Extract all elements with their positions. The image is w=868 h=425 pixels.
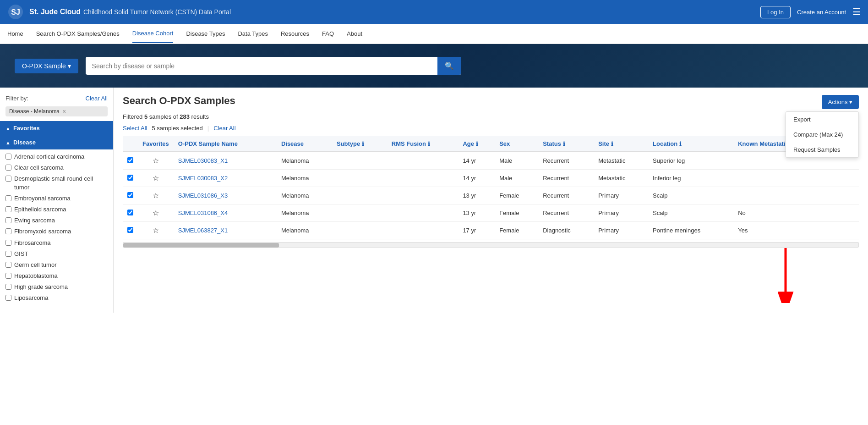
search-input[interactable] bbox=[86, 58, 437, 74]
embroyonal-label[interactable]: Embroyonal sarcoma bbox=[14, 194, 71, 203]
status-info-icon[interactable]: ℹ bbox=[563, 141, 565, 147]
hamburger-menu-button[interactable]: ☰ bbox=[852, 6, 861, 17]
request-samples-option[interactable]: Request Samples bbox=[786, 142, 858, 157]
favorites-section-header[interactable]: ▲ Favorites bbox=[0, 121, 113, 135]
clear-cell-checkbox[interactable] bbox=[5, 165, 11, 171]
clear-all-filters-link[interactable]: Clear All bbox=[86, 95, 108, 102]
clear-selection-link[interactable]: Clear All bbox=[213, 125, 235, 132]
row-disease: Melanoma bbox=[277, 204, 332, 222]
actions-dropdown: Export Compare (Max 24) Request Samples bbox=[786, 111, 859, 158]
high-grade-label[interactable]: High grade sarcoma bbox=[14, 283, 68, 291]
gist-checkbox[interactable] bbox=[5, 251, 11, 257]
fibromyxoid-label[interactable]: Fibromyxoid sarcoma bbox=[14, 227, 71, 236]
fibromyxoid-checkbox[interactable] bbox=[5, 228, 11, 234]
row-sample-name[interactable]: SJMEL031086_X3 bbox=[174, 187, 277, 204]
row-star-cell[interactable]: ☆ bbox=[138, 204, 174, 222]
rms-info-icon[interactable]: ℹ bbox=[428, 141, 430, 147]
horizontal-scrollbar[interactable] bbox=[123, 242, 859, 248]
ewing-checkbox[interactable] bbox=[5, 217, 11, 223]
list-item: Adrenal cortical carcinoma bbox=[5, 151, 108, 162]
high-grade-checkbox[interactable] bbox=[5, 284, 11, 290]
col-disease[interactable]: Disease bbox=[277, 136, 332, 152]
row-site: Primary bbox=[594, 204, 648, 222]
row-checkbox-3[interactable] bbox=[127, 210, 133, 215]
nav-disease-cohort[interactable]: Disease Cohort bbox=[132, 24, 174, 43]
row-sample-name[interactable]: SJMEL063827_X1 bbox=[174, 222, 277, 239]
germ-cell-checkbox[interactable] bbox=[5, 262, 11, 268]
row-sex: Male bbox=[495, 170, 538, 187]
hepatoblastoma-label[interactable]: Hepatoblastoma bbox=[14, 272, 58, 280]
desmoplastic-label[interactable]: Desmoplastic small round cell tumor bbox=[14, 175, 108, 191]
compare-option[interactable]: Compare (Max 24) bbox=[786, 127, 858, 142]
row-site: Metastatic bbox=[594, 170, 648, 187]
disease-section-header[interactable]: ▲ Disease bbox=[0, 135, 113, 149]
row-checkbox-1[interactable] bbox=[127, 175, 133, 181]
epithelioid-checkbox[interactable] bbox=[5, 206, 11, 212]
row-subtype bbox=[332, 187, 387, 204]
age-info-icon[interactable]: ℹ bbox=[476, 141, 478, 147]
subtype-info-icon[interactable]: ℹ bbox=[362, 141, 364, 147]
actions-button[interactable]: Actions ▾ bbox=[822, 95, 859, 109]
row-checkbox-cell bbox=[123, 222, 138, 239]
row-checkbox-4[interactable] bbox=[127, 227, 133, 233]
brand-name: St. Jude Cloud bbox=[29, 8, 81, 16]
fibrosarcoma-checkbox[interactable] bbox=[5, 240, 11, 246]
disease-label: Disease bbox=[13, 139, 36, 146]
liposarcoma-label[interactable]: Liposarcoma bbox=[14, 294, 48, 302]
page-title: Search O-PDX Samples bbox=[123, 95, 859, 107]
nav-about[interactable]: About bbox=[347, 25, 362, 43]
ewing-label[interactable]: Ewing sarcoma bbox=[14, 216, 55, 225]
list-item: Fibromyxoid sarcoma bbox=[5, 226, 108, 237]
row-checkbox-2[interactable] bbox=[127, 192, 133, 198]
liposarcoma-checkbox[interactable] bbox=[5, 295, 11, 301]
remove-filter-button[interactable]: × bbox=[62, 108, 66, 115]
adrenal-checkbox[interactable] bbox=[5, 154, 11, 160]
site-info-icon[interactable]: ℹ bbox=[611, 141, 613, 147]
nav-data-types[interactable]: Data Types bbox=[238, 25, 268, 43]
col-rms-fusion[interactable]: RMS Fusion ℹ bbox=[387, 136, 459, 152]
export-option[interactable]: Export bbox=[786, 112, 858, 127]
search-type-button[interactable]: O-PDX Sample ▾ bbox=[15, 59, 78, 73]
nav-bar: Home Search O-PDX Samples/Genes Disease … bbox=[0, 24, 868, 44]
col-site[interactable]: Site ℹ bbox=[594, 136, 648, 152]
row-sample-name[interactable]: SJMEL030083_X1 bbox=[174, 152, 277, 170]
search-button[interactable]: 🔍 bbox=[437, 57, 461, 75]
col-status[interactable]: Status ℹ bbox=[538, 136, 594, 152]
row-disease: Melanoma bbox=[277, 170, 332, 187]
right-panel: Search O-PDX Samples Filtered 5 samples … bbox=[114, 88, 868, 313]
nav-disease-types[interactable]: Disease Types bbox=[186, 25, 225, 43]
row-sample-name[interactable]: SJMEL031086_X4 bbox=[174, 204, 277, 222]
row-star-cell[interactable]: ☆ bbox=[138, 222, 174, 239]
fibrosarcoma-label[interactable]: Fibrosarcoma bbox=[14, 239, 50, 247]
col-age[interactable]: Age ℹ bbox=[458, 136, 495, 152]
row-star-cell[interactable]: ☆ bbox=[138, 152, 174, 170]
col-sex[interactable]: Sex bbox=[495, 136, 538, 152]
row-sample-name[interactable]: SJMEL030083_X2 bbox=[174, 170, 277, 187]
login-button[interactable]: Log In bbox=[760, 6, 791, 18]
nav-faq[interactable]: FAQ bbox=[322, 25, 334, 43]
create-account-button[interactable]: Create an Account bbox=[797, 9, 846, 16]
row-star-cell[interactable]: ☆ bbox=[138, 170, 174, 187]
row-checkbox-0[interactable] bbox=[127, 157, 133, 163]
embroyonal-checkbox[interactable] bbox=[5, 195, 11, 201]
clear-cell-label[interactable]: Clear cell sarcoma bbox=[14, 164, 64, 172]
nav-search-opdx[interactable]: Search O-PDX Samples/Genes bbox=[36, 25, 120, 43]
hepatoblastoma-checkbox[interactable] bbox=[5, 273, 11, 279]
logo: SJ bbox=[7, 4, 24, 20]
col-location[interactable]: Location ℹ bbox=[648, 136, 733, 152]
list-item: Desmoplastic small round cell tumor bbox=[5, 173, 108, 193]
desmoplastic-checkbox[interactable] bbox=[5, 176, 11, 182]
nav-resources[interactable]: Resources bbox=[281, 25, 309, 43]
nav-home[interactable]: Home bbox=[7, 25, 23, 43]
location-info-icon[interactable]: ℹ bbox=[679, 141, 682, 147]
gist-label[interactable]: GIST bbox=[14, 250, 28, 258]
col-sample-name[interactable]: O-PDX Sample Name bbox=[174, 136, 277, 152]
adrenal-label[interactable]: Adrenal cortical carcinoma bbox=[14, 153, 84, 161]
row-star-cell[interactable]: ☆ bbox=[138, 187, 174, 204]
col-favorites[interactable]: Favorites bbox=[138, 136, 174, 152]
col-subtype[interactable]: Subtype ℹ bbox=[332, 136, 387, 152]
table-row: ☆ SJMEL031086_X4 Melanoma 13 yr Female R… bbox=[123, 204, 859, 222]
select-all-link[interactable]: Select All bbox=[123, 125, 147, 132]
epithelioid-label[interactable]: Epithelioid sarcoma bbox=[14, 205, 66, 214]
germ-cell-label[interactable]: Germ cell tumor bbox=[14, 261, 56, 269]
